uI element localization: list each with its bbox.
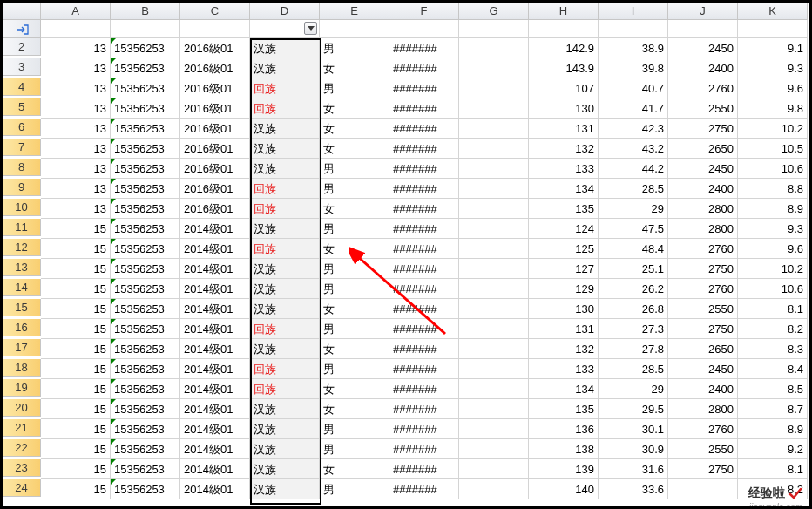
- cell-H21[interactable]: 136: [529, 419, 599, 439]
- cell-D2[interactable]: 汉族: [250, 38, 320, 58]
- cell-E23[interactable]: 女: [320, 459, 389, 479]
- cell-G8[interactable]: [459, 159, 529, 179]
- cell-H24[interactable]: 140: [529, 479, 599, 499]
- col-header-D[interactable]: D: [250, 3, 320, 20]
- cell-F20[interactable]: #######: [389, 399, 459, 419]
- cell-B2[interactable]: 15356253: [111, 38, 180, 58]
- cell-K13[interactable]: 10.2: [738, 259, 808, 279]
- cell-C20[interactable]: 2014级01: [180, 399, 250, 419]
- cell-A14[interactable]: 15: [41, 279, 111, 299]
- cell-I4[interactable]: 40.7: [599, 78, 668, 98]
- col-header-C[interactable]: C: [180, 3, 250, 20]
- cell-K8[interactable]: 10.6: [738, 159, 808, 179]
- cell-J13[interactable]: 2750: [668, 259, 738, 279]
- cell-C5[interactable]: 2016级01: [180, 98, 250, 119]
- cell-C4[interactable]: 2016级01: [180, 78, 250, 98]
- cell-F11[interactable]: #######: [389, 219, 459, 239]
- cell-H19[interactable]: 134: [529, 379, 599, 399]
- cell-J9[interactable]: 2400: [668, 179, 738, 199]
- cell-F18[interactable]: #######: [389, 359, 459, 379]
- cell-J12[interactable]: 2760: [668, 239, 738, 259]
- cell-D11[interactable]: 汉族: [250, 219, 320, 239]
- cell-B5[interactable]: 15356253: [111, 98, 180, 119]
- row-header-5[interactable]: 5: [3, 98, 41, 116]
- cell-G16[interactable]: [459, 319, 529, 339]
- row-header-8[interactable]: 8: [3, 159, 41, 176]
- cell-A22[interactable]: 15: [41, 439, 111, 459]
- row-header-13[interactable]: 13: [3, 259, 41, 276]
- cell-B14[interactable]: 15356253: [111, 279, 180, 299]
- cell-C22[interactable]: 2014级01: [180, 439, 250, 459]
- col-header-A[interactable]: A: [41, 3, 111, 20]
- row-header-19[interactable]: 19: [3, 379, 41, 397]
- cell-B4[interactable]: 15356253: [111, 78, 180, 98]
- cell-B16[interactable]: 15356253: [111, 319, 180, 339]
- cell-F14[interactable]: #######: [389, 279, 459, 299]
- col-header-F[interactable]: F: [389, 3, 459, 20]
- cell-F21[interactable]: #######: [389, 419, 459, 439]
- cell-B15[interactable]: 15356253: [111, 299, 180, 319]
- cell-I10[interactable]: 29: [599, 199, 668, 219]
- cell-I12[interactable]: 48.4: [599, 239, 668, 259]
- cell-G7[interactable]: [459, 139, 529, 159]
- cell-I19[interactable]: 29: [599, 379, 668, 399]
- cell-E14[interactable]: 男: [320, 279, 389, 299]
- col-header-G[interactable]: G: [459, 3, 529, 20]
- cell-F12[interactable]: #######: [389, 239, 459, 259]
- cell-G24[interactable]: [459, 479, 529, 499]
- select-all-corner[interactable]: [3, 3, 41, 20]
- cell-G2[interactable]: [459, 38, 529, 58]
- cell-G12[interactable]: [459, 239, 529, 259]
- cell-I8[interactable]: 44.2: [599, 159, 668, 179]
- cell-E21[interactable]: 男: [320, 419, 389, 439]
- cell-G23[interactable]: [459, 459, 529, 479]
- cell-H6[interactable]: 131: [529, 119, 599, 139]
- cell-K9[interactable]: 8.8: [738, 179, 808, 199]
- cell-A7[interactable]: 13: [41, 139, 111, 159]
- cell-G19[interactable]: [459, 379, 529, 399]
- cell-D9[interactable]: 回族: [250, 179, 320, 199]
- cell-E4[interactable]: 男: [320, 78, 389, 98]
- cell-G21[interactable]: [459, 419, 529, 439]
- cell-E20[interactable]: 女: [320, 399, 389, 419]
- cell-E8[interactable]: 男: [320, 159, 389, 179]
- cell-I21[interactable]: 30.1: [599, 419, 668, 439]
- row-header-16[interactable]: 16: [3, 319, 41, 336]
- cell-K18[interactable]: 8.4: [738, 359, 808, 379]
- cell-J16[interactable]: 2750: [668, 319, 738, 339]
- cell-D22[interactable]: 汉族: [250, 439, 320, 459]
- cell-E16[interactable]: 男: [320, 319, 389, 339]
- cell-C16[interactable]: 2014级01: [180, 319, 250, 339]
- cell-A19[interactable]: 15: [41, 379, 111, 399]
- cell-D3[interactable]: 汉族: [250, 58, 320, 78]
- cell-D20[interactable]: 汉族: [250, 399, 320, 419]
- cell-K15[interactable]: 8.1: [738, 299, 808, 319]
- row-header-6[interactable]: 6: [3, 119, 41, 136]
- cell-G22[interactable]: [459, 439, 529, 459]
- cell-I2[interactable]: 38.9: [599, 38, 668, 58]
- cell-G14[interactable]: [459, 279, 529, 299]
- row-header-18[interactable]: 18: [3, 359, 41, 377]
- cell-A23[interactable]: 15: [41, 459, 111, 479]
- cell-H8[interactable]: 133: [529, 159, 599, 179]
- row-header-21[interactable]: 21: [3, 419, 41, 437]
- cell-I17[interactable]: 27.8: [599, 339, 668, 359]
- row-header-24[interactable]: 24: [3, 479, 41, 497]
- cell-B10[interactable]: 15356253: [111, 199, 180, 219]
- cell-A4[interactable]: 13: [41, 78, 111, 98]
- cell-C23[interactable]: 2014级01: [180, 459, 250, 479]
- cell-B12[interactable]: 15356253: [111, 239, 180, 259]
- cell-H11[interactable]: 124: [529, 219, 599, 239]
- cell-D13[interactable]: 汉族: [250, 259, 320, 279]
- cell-G10[interactable]: [459, 199, 529, 219]
- cell-K20[interactable]: 8.7: [738, 399, 808, 419]
- cell-F4[interactable]: #######: [389, 78, 459, 98]
- cell-G3[interactable]: [459, 58, 529, 78]
- cell-A2[interactable]: 13: [41, 38, 111, 58]
- cell-C11[interactable]: 2014级01: [180, 219, 250, 239]
- cell-B6[interactable]: 15356253: [111, 119, 180, 139]
- cell-H20[interactable]: 135: [529, 399, 599, 419]
- cell-H15[interactable]: 130: [529, 299, 599, 319]
- cell-H9[interactable]: 134: [529, 179, 599, 199]
- cell-C19[interactable]: 2014级01: [180, 379, 250, 399]
